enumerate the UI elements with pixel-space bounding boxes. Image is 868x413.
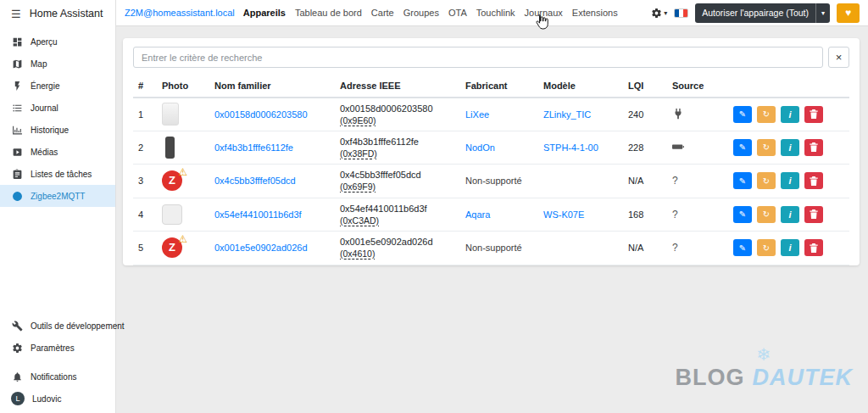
- manufacturer-link[interactable]: NodOn: [465, 142, 495, 153]
- sidebar-item-profile[interactable]: L Ludovic: [0, 388, 115, 410]
- model-link[interactable]: WS-K07E: [543, 209, 584, 220]
- model-link[interactable]: STPH-4-1-00: [543, 142, 598, 153]
- reconfigure-button[interactable]: ↻: [757, 239, 776, 256]
- sidebar-item-outils-dev[interactable]: Outils de développement: [0, 315, 115, 337]
- sidebar: ☰ Home Assistant Aperçu Map Énergie Jour…: [0, 0, 116, 413]
- sidebar-item-parametres[interactable]: Paramètres: [0, 337, 115, 359]
- row-number: 5: [133, 231, 157, 265]
- device-photo: [165, 137, 175, 159]
- manufacturer-link[interactable]: Aqara: [465, 209, 490, 220]
- donate-button[interactable]: ♥: [837, 3, 860, 23]
- network-address[interactable]: (0x9E60): [340, 115, 376, 126]
- delete-button[interactable]: [804, 139, 823, 156]
- sidebar-item-zigbee2mqtt[interactable]: Zigbee2MQTT: [0, 185, 115, 207]
- device-name-link[interactable]: 0x54ef4410011b6d3f: [214, 209, 302, 220]
- device-name-link[interactable]: 0xf4b3b1fffe6112fe: [214, 142, 293, 153]
- host-link[interactable]: Z2M@homeassistant.local: [125, 8, 235, 18]
- search-input[interactable]: [133, 47, 823, 68]
- chevron-down-icon: ▾: [664, 9, 667, 17]
- model-link[interactable]: ZLinky_TIC: [543, 109, 591, 120]
- info-button[interactable]: i: [781, 139, 799, 156]
- col-manufacturer: Fabricant: [460, 75, 538, 98]
- topbar-right-tools: ▾ Autoriser l'appairage (Tout) ▾ ♥: [651, 3, 860, 23]
- delete-button[interactable]: [804, 106, 823, 123]
- avatar: L: [11, 392, 25, 405]
- edit-button[interactable]: ✎: [733, 139, 752, 156]
- lightning-icon: [11, 80, 23, 92]
- refresh-icon: ↻: [763, 109, 770, 119]
- heart-icon: ♥: [845, 7, 851, 19]
- clear-search-button[interactable]: ×: [828, 47, 849, 68]
- reconfigure-button[interactable]: ↻: [757, 139, 776, 156]
- col-source: Source: [667, 75, 728, 98]
- info-button[interactable]: i: [781, 106, 799, 123]
- sidebar-item-taches[interactable]: Listes de tâches: [0, 163, 115, 185]
- sidebar-item-label: Zigbee2MQTT: [31, 192, 85, 201]
- edit-button[interactable]: ✎: [733, 172, 752, 189]
- pencil-icon: ✎: [739, 176, 746, 186]
- permit-join-button[interactable]: Autoriser l'appairage (Tout) ▾: [695, 3, 830, 23]
- reconfigure-button[interactable]: ↻: [757, 106, 776, 123]
- delete-button[interactable]: [804, 239, 823, 256]
- trash-icon: [810, 176, 818, 186]
- info-button[interactable]: i: [781, 206, 799, 223]
- device-name-link[interactable]: 0x00158d0006203580: [214, 109, 308, 120]
- col-name: Nom familier: [209, 75, 335, 98]
- sidebar-item-label: Historique: [31, 126, 69, 135]
- sidebar-item-notifications[interactable]: Notifications: [0, 366, 115, 388]
- sidebar-item-label: Listes de tâches: [31, 170, 92, 179]
- sidebar-item-journal[interactable]: Journal: [0, 97, 115, 119]
- info-button[interactable]: i: [781, 239, 799, 256]
- permit-join-dropdown[interactable]: ▾: [815, 3, 830, 23]
- network-address[interactable]: (0xC3AD): [340, 215, 379, 226]
- trash-icon: [810, 142, 818, 152]
- device-name-link[interactable]: 0x001e5e0902ad026d: [214, 243, 308, 253]
- sidebar-item-label: Aperçu: [31, 37, 58, 47]
- col-lqi: LQI: [623, 75, 667, 98]
- info-button[interactable]: i: [781, 172, 799, 189]
- sidebar-item-energie[interactable]: Énergie: [0, 75, 115, 97]
- ieee-address: 0x00158d0006203580: [340, 103, 455, 114]
- nav-touchlink[interactable]: Touchlink: [476, 8, 515, 18]
- delete-button[interactable]: [804, 206, 823, 223]
- edit-button[interactable]: ✎: [733, 239, 752, 256]
- network-address[interactable]: (0x69F9): [340, 181, 376, 192]
- network-address[interactable]: (0x38FD): [340, 148, 377, 159]
- settings-dropdown[interactable]: ▾: [651, 8, 667, 19]
- devices-card: × # Photo Nom familier Adresse IEEE Fabr…: [123, 38, 860, 265]
- refresh-icon: ↻: [763, 209, 770, 219]
- edit-button[interactable]: ✎: [733, 106, 752, 123]
- sidebar-item-medias[interactable]: Médias: [0, 141, 115, 163]
- sidebar-item-map[interactable]: Map: [0, 53, 115, 75]
- permit-join-label: Autoriser l'appairage (Tout): [695, 3, 815, 23]
- nav-appareils[interactable]: Appareils: [243, 8, 286, 18]
- menu-icon[interactable]: ☰: [11, 8, 21, 20]
- nav-tableau-de-bord[interactable]: Tableau de bord: [295, 8, 362, 18]
- device-name-link[interactable]: 0x4c5bb3fffef05dcd: [214, 176, 296, 186]
- delete-button[interactable]: [804, 172, 823, 189]
- sidebar-item-historique[interactable]: Historique: [0, 119, 115, 141]
- sidebar-item-label: Journal: [31, 103, 58, 113]
- row-number: 2: [133, 131, 157, 164]
- snowflake-icon: ❄: [757, 344, 771, 365]
- close-icon: ×: [836, 51, 843, 64]
- map-icon: [11, 58, 23, 70]
- reconfigure-button[interactable]: ↻: [757, 172, 776, 189]
- clipboard-icon: [11, 168, 23, 180]
- language-flag-fr[interactable]: [674, 8, 688, 18]
- reconfigure-button[interactable]: ↻: [757, 206, 776, 223]
- watermark: ❄ BLOG DAUTEK: [676, 365, 854, 391]
- nav-carte[interactable]: Carte: [371, 8, 394, 18]
- nav-extensions[interactable]: Extensions: [572, 8, 618, 18]
- edit-button[interactable]: ✎: [733, 206, 752, 223]
- manufacturer-link[interactable]: LiXee: [465, 109, 489, 120]
- nav-ota[interactable]: OTA: [448, 8, 467, 18]
- warning-icon: ⚠: [178, 234, 187, 244]
- chevron-down-icon: ▾: [821, 9, 825, 17]
- network-address[interactable]: (0x4610): [340, 248, 375, 259]
- nav-groupes[interactable]: Groupes: [403, 8, 439, 18]
- sidebar-item-apercu[interactable]: Aperçu: [0, 31, 115, 53]
- nav-journaux[interactable]: Journaux: [525, 8, 563, 18]
- col-model: Modèle: [538, 75, 623, 98]
- unknown-source: ?: [672, 209, 678, 220]
